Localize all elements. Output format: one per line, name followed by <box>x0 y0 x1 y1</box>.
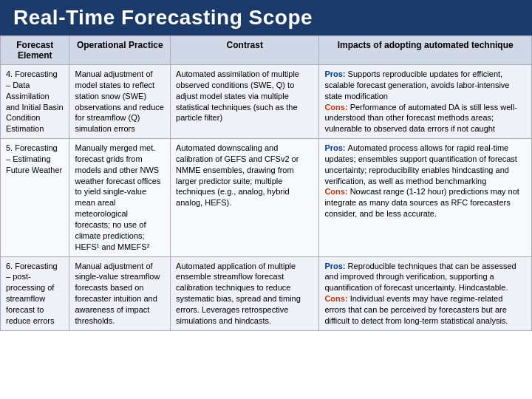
table-row: 5. Forecasting – Estimating Future Weath… <box>1 139 532 256</box>
cell-impacts: Pros: Supports reproducible updates for … <box>319 65 532 139</box>
cell-contrast: Automated application of multiple ensemb… <box>171 256 319 330</box>
table-header-row: Forecast Element Operational Practice Co… <box>1 36 532 65</box>
title-text: Real-Time Forecasting Scope <box>13 6 313 29</box>
cell-operational-practice: Manual adjustment of model states to ref… <box>69 65 171 139</box>
cell-forecast-element: 6. Forecasting – post-processing of stre… <box>1 256 69 330</box>
cell-operational-practice: Manual adjustment of single-value stream… <box>69 256 171 330</box>
table-row: 6. Forecasting – post-processing of stre… <box>1 256 532 330</box>
cell-contrast: Automated assimilation of multiple obser… <box>171 65 319 139</box>
cell-forecast-element: 4. Forecasting – Data Assimilation and I… <box>1 65 69 139</box>
page: Real-Time Forecasting Scope Forecast Ele… <box>0 0 532 399</box>
cell-impacts: Pros: Reproducible techniques that can b… <box>319 256 532 330</box>
header-forecast-element: Forecast Element <box>1 36 69 65</box>
main-table: Forecast Element Operational Practice Co… <box>0 35 532 331</box>
header-operational-practice: Operational Practice <box>69 36 171 65</box>
cell-forecast-element: 5. Forecasting – Estimating Future Weath… <box>1 139 69 256</box>
table-row: 4. Forecasting – Data Assimilation and I… <box>1 65 532 139</box>
cell-contrast: Automated downscaling and calibration of… <box>171 139 319 256</box>
header-impacts: Impacts of adopting automated technique <box>319 36 532 65</box>
header-contrast: Contrast <box>171 36 319 65</box>
page-title: Real-Time Forecasting Scope <box>0 0 532 35</box>
cell-impacts: Pros: Automated process allows for rapid… <box>319 139 532 256</box>
table-wrapper: Forecast Element Operational Practice Co… <box>0 35 532 399</box>
cell-operational-practice: Manually merged met. forecast grids from… <box>69 139 171 256</box>
